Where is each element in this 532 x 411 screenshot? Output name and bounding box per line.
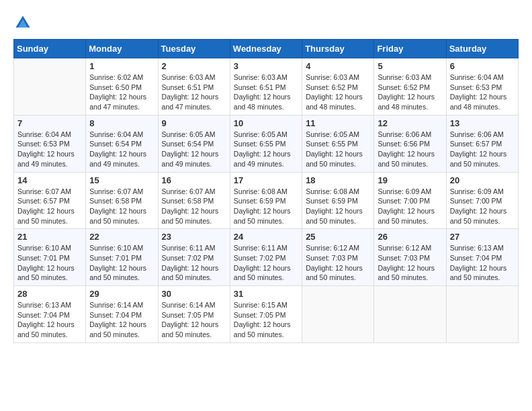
- calendar-cell: [446, 286, 518, 343]
- day-info: Sunrise: 6:10 AM Sunset: 7:01 PM Dayligh…: [89, 243, 154, 283]
- calendar-cell: 11Sunrise: 6:05 AM Sunset: 6:55 PM Dayli…: [302, 115, 374, 172]
- calendar-cell: 22Sunrise: 6:10 AM Sunset: 7:01 PM Dayli…: [86, 229, 158, 286]
- day-info: Sunrise: 6:07 AM Sunset: 6:57 PM Dayligh…: [17, 187, 82, 226]
- day-info: Sunrise: 6:10 AM Sunset: 7:01 PM Dayligh…: [17, 243, 82, 283]
- calendar-cell: 8Sunrise: 6:04 AM Sunset: 6:54 PM Daylig…: [86, 115, 158, 172]
- day-info: Sunrise: 6:12 AM Sunset: 7:03 PM Dayligh…: [306, 243, 370, 283]
- day-number: 25: [306, 232, 370, 242]
- calendar-body: 1Sunrise: 6:02 AM Sunset: 6:50 PM Daylig…: [14, 58, 519, 343]
- weekday-header-tuesday: Tuesday: [158, 40, 230, 58]
- day-number: 17: [234, 175, 298, 185]
- day-info: Sunrise: 6:03 AM Sunset: 6:52 PM Dayligh…: [378, 73, 442, 112]
- calendar-header: SundayMondayTuesdayWednesdayThursdayFrid…: [14, 40, 519, 58]
- day-number: 12: [378, 118, 442, 128]
- day-info: Sunrise: 6:05 AM Sunset: 6:55 PM Dayligh…: [306, 130, 370, 169]
- day-number: 26: [378, 232, 442, 242]
- calendar-cell: 24Sunrise: 6:11 AM Sunset: 7:02 PM Dayli…: [230, 229, 302, 286]
- calendar-cell: 29Sunrise: 6:14 AM Sunset: 7:04 PM Dayli…: [86, 286, 158, 343]
- calendar-cell: 16Sunrise: 6:07 AM Sunset: 6:58 PM Dayli…: [158, 172, 230, 229]
- day-number: 29: [89, 289, 154, 299]
- day-number: 9: [162, 118, 226, 128]
- day-info: Sunrise: 6:09 AM Sunset: 7:00 PM Dayligh…: [378, 187, 442, 226]
- day-info: Sunrise: 6:03 AM Sunset: 6:52 PM Dayligh…: [306, 73, 370, 112]
- calendar-cell: 23Sunrise: 6:11 AM Sunset: 7:02 PM Dayli…: [158, 229, 230, 286]
- day-info: Sunrise: 6:14 AM Sunset: 7:05 PM Dayligh…: [162, 300, 226, 340]
- calendar-week-3: 14Sunrise: 6:07 AM Sunset: 6:57 PM Dayli…: [14, 172, 519, 229]
- day-info: Sunrise: 6:12 AM Sunset: 7:03 PM Dayligh…: [378, 243, 442, 283]
- calendar-cell: 21Sunrise: 6:10 AM Sunset: 7:01 PM Dayli…: [14, 229, 86, 286]
- day-info: Sunrise: 6:14 AM Sunset: 7:04 PM Dayligh…: [89, 300, 154, 340]
- calendar-cell: 12Sunrise: 6:06 AM Sunset: 6:56 PM Dayli…: [374, 115, 446, 172]
- day-number: 3: [234, 61, 298, 71]
- calendar-cell: 26Sunrise: 6:12 AM Sunset: 7:03 PM Dayli…: [374, 229, 446, 286]
- calendar-week-5: 28Sunrise: 6:13 AM Sunset: 7:04 PM Dayli…: [14, 286, 519, 343]
- weekday-header-saturday: Saturday: [446, 40, 518, 58]
- calendar-cell: 27Sunrise: 6:13 AM Sunset: 7:04 PM Dayli…: [446, 229, 518, 286]
- day-info: Sunrise: 6:04 AM Sunset: 6:53 PM Dayligh…: [17, 130, 82, 169]
- calendar-table: SundayMondayTuesdayWednesdayThursdayFrid…: [13, 39, 519, 343]
- calendar-cell: 7Sunrise: 6:04 AM Sunset: 6:53 PM Daylig…: [14, 115, 86, 172]
- calendar-cell: 1Sunrise: 6:02 AM Sunset: 6:50 PM Daylig…: [86, 58, 158, 116]
- day-info: Sunrise: 6:08 AM Sunset: 6:59 PM Dayligh…: [306, 187, 370, 226]
- calendar-week-4: 21Sunrise: 6:10 AM Sunset: 7:01 PM Dayli…: [14, 229, 519, 286]
- calendar-cell: 5Sunrise: 6:03 AM Sunset: 6:52 PM Daylig…: [374, 58, 446, 116]
- weekday-header-friday: Friday: [374, 40, 446, 58]
- calendar-cell: 20Sunrise: 6:09 AM Sunset: 7:00 PM Dayli…: [446, 172, 518, 229]
- day-number: 6: [450, 61, 515, 71]
- day-info: Sunrise: 6:09 AM Sunset: 7:00 PM Dayligh…: [450, 187, 515, 226]
- calendar-cell: 3Sunrise: 6:03 AM Sunset: 6:51 PM Daylig…: [230, 58, 302, 116]
- calendar-cell: 15Sunrise: 6:07 AM Sunset: 6:58 PM Dayli…: [86, 172, 158, 229]
- day-number: 24: [234, 232, 298, 242]
- day-info: Sunrise: 6:15 AM Sunset: 7:05 PM Dayligh…: [234, 300, 298, 340]
- day-number: 14: [17, 175, 82, 185]
- day-number: 7: [17, 118, 82, 128]
- calendar-cell: 6Sunrise: 6:04 AM Sunset: 6:53 PM Daylig…: [446, 58, 518, 116]
- day-info: Sunrise: 6:06 AM Sunset: 6:57 PM Dayligh…: [450, 130, 515, 169]
- day-info: Sunrise: 6:11 AM Sunset: 7:02 PM Dayligh…: [234, 243, 298, 283]
- weekday-header-thursday: Thursday: [302, 40, 374, 58]
- weekday-header-wednesday: Wednesday: [230, 40, 302, 58]
- day-info: Sunrise: 6:04 AM Sunset: 6:54 PM Dayligh…: [89, 130, 154, 169]
- weekday-header-monday: Monday: [86, 40, 158, 58]
- day-number: 13: [450, 118, 515, 128]
- logo: [13, 13, 35, 32]
- day-info: Sunrise: 6:03 AM Sunset: 6:51 PM Dayligh…: [234, 73, 298, 112]
- day-info: Sunrise: 6:11 AM Sunset: 7:02 PM Dayligh…: [162, 243, 226, 283]
- calendar-cell: 25Sunrise: 6:12 AM Sunset: 7:03 PM Dayli…: [302, 229, 374, 286]
- calendar-cell: 19Sunrise: 6:09 AM Sunset: 7:00 PM Dayli…: [374, 172, 446, 229]
- day-number: 15: [89, 175, 154, 185]
- day-info: Sunrise: 6:06 AM Sunset: 6:56 PM Dayligh…: [378, 130, 442, 169]
- calendar-week-2: 7Sunrise: 6:04 AM Sunset: 6:53 PM Daylig…: [14, 115, 519, 172]
- calendar-cell: 9Sunrise: 6:05 AM Sunset: 6:54 PM Daylig…: [158, 115, 230, 172]
- day-number: 10: [234, 118, 298, 128]
- calendar-cell: 18Sunrise: 6:08 AM Sunset: 6:59 PM Dayli…: [302, 172, 374, 229]
- day-number: 5: [378, 61, 442, 71]
- calendar-cell: 31Sunrise: 6:15 AM Sunset: 7:05 PM Dayli…: [230, 286, 302, 343]
- logo-icon: [13, 13, 32, 32]
- calendar-cell: 10Sunrise: 6:05 AM Sunset: 6:55 PM Dayli…: [230, 115, 302, 172]
- day-number: 18: [306, 175, 370, 185]
- day-info: Sunrise: 6:07 AM Sunset: 6:58 PM Dayligh…: [89, 187, 154, 226]
- calendar-cell: 28Sunrise: 6:13 AM Sunset: 7:04 PM Dayli…: [14, 286, 86, 343]
- day-number: 22: [89, 232, 154, 242]
- weekday-header-sunday: Sunday: [14, 40, 86, 58]
- calendar-cell: 4Sunrise: 6:03 AM Sunset: 6:52 PM Daylig…: [302, 58, 374, 116]
- calendar-cell: 2Sunrise: 6:03 AM Sunset: 6:51 PM Daylig…: [158, 58, 230, 116]
- calendar-cell: [14, 58, 86, 116]
- page-header: [13, 13, 519, 32]
- day-number: 4: [306, 61, 370, 71]
- day-number: 1: [89, 61, 154, 71]
- calendar-cell: 13Sunrise: 6:06 AM Sunset: 6:57 PM Dayli…: [446, 115, 518, 172]
- day-info: Sunrise: 6:05 AM Sunset: 6:55 PM Dayligh…: [234, 130, 298, 169]
- day-number: 19: [378, 175, 442, 185]
- day-number: 28: [17, 289, 82, 299]
- day-number: 31: [234, 289, 298, 299]
- day-number: 23: [162, 232, 226, 242]
- day-number: 11: [306, 118, 370, 128]
- calendar-week-1: 1Sunrise: 6:02 AM Sunset: 6:50 PM Daylig…: [14, 58, 519, 116]
- day-number: 30: [162, 289, 226, 299]
- day-info: Sunrise: 6:13 AM Sunset: 7:04 PM Dayligh…: [17, 300, 82, 340]
- day-info: Sunrise: 6:07 AM Sunset: 6:58 PM Dayligh…: [162, 187, 226, 226]
- calendar-cell: [302, 286, 374, 343]
- calendar-cell: 30Sunrise: 6:14 AM Sunset: 7:05 PM Dayli…: [158, 286, 230, 343]
